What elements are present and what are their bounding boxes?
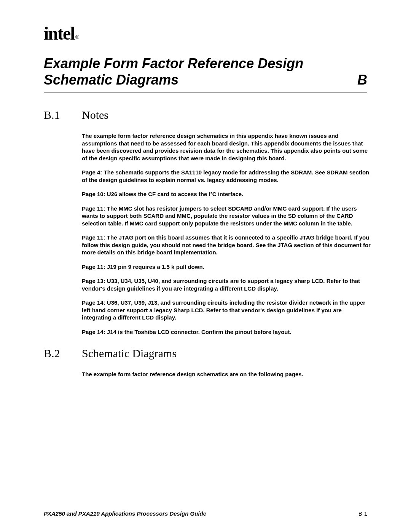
paragraph: Page 11: The JTAG port on this board ass… <box>82 234 371 256</box>
paragraph: Page 4: The schematic supports the SA111… <box>82 169 371 184</box>
paragraph: Page 10: U26 allows the CF card to acces… <box>82 190 371 198</box>
section-heading-b2: B.2Schematic Diagrams <box>44 347 367 360</box>
paragraph: Page 14: J14 is the Toshiba LCD connecto… <box>82 328 371 336</box>
paragraph: Page 14: U36, U37, U39, J13, and surroun… <box>82 299 371 321</box>
page: intel® Example Form Factor Reference Des… <box>0 0 411 532</box>
section-label: Schematic Diagrams <box>82 347 177 359</box>
paragraph: Page 13: U33, U34, U35, U40, and surroun… <box>82 277 371 292</box>
section-heading-b1: B.1Notes <box>44 109 367 121</box>
logo-text: intel <box>44 23 75 43</box>
section-body-b2: The example form factor reference design… <box>82 371 371 378</box>
intel-logo: intel® <box>44 23 367 44</box>
section-num: B.1 <box>44 109 82 121</box>
paragraph: The example form factor reference design… <box>82 132 371 162</box>
title-block: Example Form Factor Reference Design Sch… <box>44 55 367 93</box>
footer-page-number: B-1 <box>358 510 367 517</box>
section-num: B.2 <box>44 347 82 360</box>
paragraph: Page 11: J19 pin 9 requires a 1.5 k pull… <box>82 263 371 271</box>
section-label: Notes <box>82 109 108 121</box>
footer-title: PXA250 and PXA210 Applications Processor… <box>44 510 206 517</box>
paragraph: Page 11: The MMC slot has resistor jumpe… <box>82 205 371 227</box>
logo-reg: ® <box>75 34 78 40</box>
page-footer: PXA250 and PXA210 Applications Processor… <box>44 510 367 517</box>
title-row: Example Form Factor Reference Design Sch… <box>44 55 367 88</box>
appendix-letter: B <box>357 72 367 88</box>
appendix-title: Example Form Factor Reference Design Sch… <box>44 55 357 88</box>
section-body-b1: The example form factor reference design… <box>82 132 371 335</box>
paragraph: The example form factor reference design… <box>82 371 371 378</box>
